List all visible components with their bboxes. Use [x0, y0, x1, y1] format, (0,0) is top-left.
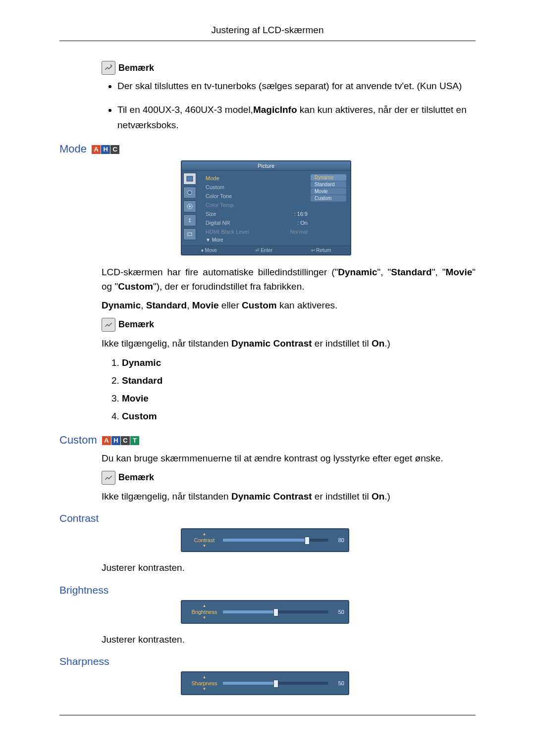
custom-note-text: Ikke tilgængelig, når tilstanden Dynamic…	[102, 490, 476, 504]
osd-footer: ♦ Move ⏎ Enter ↩ Return	[182, 246, 350, 254]
slider-thumb	[305, 537, 310, 545]
list-item: Der skal tilsluttes en tv-tunerboks (sæl…	[117, 79, 476, 94]
badge-group: A H C	[92, 145, 120, 154]
osd-panel: Picture Mode Custom	[181, 160, 351, 255]
custom-para: Du kan bruge skærmmenuerne til at ændre …	[102, 452, 476, 466]
osd-option: Dynamic	[311, 174, 346, 181]
list-item: Til en 400UX-3, 460UX-3 model,MagicInfo …	[117, 102, 476, 133]
down-arrow-icon: ▼	[203, 687, 207, 691]
slider-thumb	[273, 680, 278, 688]
list-item: Custom	[122, 411, 476, 422]
slider-thumb	[273, 608, 278, 616]
badge-t: T	[130, 436, 139, 445]
note-row: Bemærk	[102, 61, 476, 75]
slider-value: 50	[332, 609, 344, 615]
subhead-contrast: Contrast	[59, 512, 476, 524]
intro-bullet-list: Der skal tilsluttes en tv-tunerboks (sæl…	[107, 79, 476, 133]
osd-option: Movie	[311, 188, 346, 195]
up-arrow-icon: ▲	[203, 532, 207, 536]
section-title-custom: Custom A H C T	[59, 434, 476, 447]
mode-option-list: Dynamic Standard Movie Custom	[109, 357, 476, 422]
page-header: Justering af LCD-skærmen	[59, 25, 476, 41]
note-row: Bemærk	[102, 318, 476, 332]
mode-note-text: Ikke tilgængelig, når tilstanden Dynamic…	[102, 337, 476, 351]
note-row: Bemærk	[102, 471, 476, 485]
contrast-desc: Justerer kontrasten.	[102, 561, 476, 575]
note-label: Bemærk	[118, 472, 154, 483]
slider-track	[223, 539, 328, 542]
slider-track	[223, 610, 328, 613]
subhead-brightness: Brightness	[59, 584, 476, 596]
mode-para-2: Dynamic, Standard, Movie eller Custom ka…	[102, 299, 476, 313]
svg-rect-4	[188, 233, 192, 236]
down-arrow-icon: ▼	[203, 544, 207, 548]
badge-group: A H C T	[102, 436, 140, 445]
badge-c: C	[110, 145, 119, 154]
slider-value: 80	[332, 537, 344, 543]
note-icon	[102, 318, 115, 332]
badge-a: A	[102, 436, 111, 445]
contrast-slider-screenshot: ▲ Contrast ▼ 80	[181, 528, 476, 552]
slider-label: Brightness	[192, 609, 217, 615]
mode-para-1: LCD-skærmen har fire automatiske billedi…	[102, 265, 476, 294]
section-title-mode: Mode A H C	[59, 143, 476, 155]
note-icon	[102, 471, 115, 485]
list-item: Movie	[122, 393, 476, 404]
subhead-sharpness: Sharpness	[59, 655, 476, 667]
svg-point-1	[188, 191, 192, 195]
osd-setup-icon	[183, 201, 196, 212]
osd-menu: Mode Custom Color Tone Color Temp. Size:…	[201, 171, 350, 246]
slider-label: Contrast	[194, 537, 215, 543]
up-arrow-icon: ▲	[203, 604, 207, 608]
svg-rect-0	[187, 176, 193, 181]
osd-multi-icon	[183, 214, 196, 226]
slider-value: 50	[332, 680, 344, 686]
slider-label: Sharpness	[191, 680, 217, 686]
osd-side-icons	[182, 171, 201, 246]
osd-screenshot: Picture Mode Custom	[181, 160, 476, 255]
badge-h: H	[101, 145, 110, 154]
note-icon	[102, 61, 115, 75]
page: Justering af LCD-skærmen Bemærk Der skal…	[0, 0, 535, 735]
content: Bemærk Der skal tilsluttes en tv-tunerbo…	[59, 61, 476, 695]
osd-input-icon	[183, 228, 196, 240]
osd-option: Standard	[311, 181, 346, 188]
badge-a: A	[92, 145, 101, 154]
footer-rule	[59, 715, 476, 715]
osd-title: Picture	[182, 161, 350, 171]
down-arrow-icon: ▼	[203, 616, 207, 620]
list-item: Standard	[122, 375, 476, 386]
up-arrow-icon: ▲	[203, 675, 207, 679]
slider-track	[223, 682, 328, 685]
sharpness-slider-screenshot: ▲ Sharpness ▼ 50	[181, 671, 476, 695]
osd-picture-icon	[183, 173, 196, 185]
note-label: Bemærk	[118, 319, 154, 330]
brightness-desc: Justerer kontrasten.	[102, 633, 476, 647]
osd-option: Custom	[311, 195, 346, 202]
svg-point-3	[189, 205, 191, 207]
osd-sound-icon	[183, 187, 196, 199]
note-label: Bemærk	[118, 63, 154, 73]
list-item: Dynamic	[122, 357, 476, 368]
brightness-slider-screenshot: ▲ Brightness ▼ 50	[181, 600, 476, 624]
badge-h: H	[111, 436, 120, 445]
badge-c: C	[121, 436, 130, 445]
